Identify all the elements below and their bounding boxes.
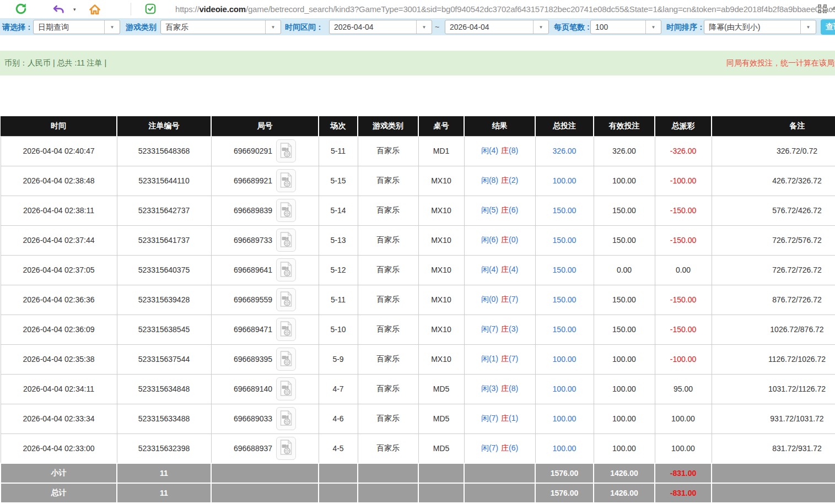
column-header: 游戏类别 [358,116,418,136]
cell-session: 5-10 [319,315,358,344]
security-shield-icon[interactable] [144,3,157,17]
cell-round-id: 696689839 [211,196,319,225]
cell-valid-bet: 100.00 [594,344,655,374]
video-replay-button[interactable] [276,348,296,371]
table-row: 2026-04-04 02:38:11 523315642737 6966898… [1,196,835,225]
url-path: /game/betrecord_search/kind3?GameType=30… [246,4,835,14]
cell-result: 闲(5)庄(6) [464,196,535,225]
video-file-icon [279,410,293,427]
search-button[interactable]: 查询 [821,19,835,35]
cell-session: 5-14 [319,196,358,225]
cell-round-id: 696689559 [211,285,319,315]
cell-time: 2026-04-04 02:38:11 [1,196,117,225]
cell-payout: -150.00 [655,225,712,255]
result-banker: 庄 [501,443,509,452]
cell-time: 2026-04-04 02:36:36 [1,285,117,315]
video-replay-button[interactable] [276,229,296,252]
video-file-icon [279,381,293,398]
round-number: 696689641 [234,265,272,274]
video-replay-button[interactable] [276,377,296,400]
cell-result: 闲(4)庄(8) [464,136,535,166]
address-bar[interactable]: https://videoie.com/game/betrecord_searc… [175,0,835,18]
round-number: 696690291 [234,147,272,155]
currency-total-text: 币别：人民币 | 总共 :11 注单 | [4,51,106,75]
result-banker-score: (4) [509,265,518,274]
chevron-down-icon[interactable]: ▼ [645,20,661,34]
cell-time: 2026-04-04 02:33:34 [1,404,117,433]
cell-game-type: 百家乐 [358,404,418,433]
time-sort-select[interactable]: 降幂(由大到小) ▼ [704,20,816,34]
qr-code-icon[interactable] [818,4,827,15]
game-category-select[interactable]: 百家乐 ▼ [160,20,281,34]
refresh-button[interactable] [14,3,28,16]
cell-result: 闲(3)庄(8) [464,374,535,404]
cell-total-bet: 100.00 [535,374,594,404]
video-replay-button[interactable] [276,139,296,162]
round-number: 696689733 [234,236,272,245]
valid-bet-notice: 同局有效投注，统一计算在该局第 [726,51,835,75]
cell-time: 2026-04-04 02:38:48 [1,166,117,196]
video-replay-button[interactable] [276,258,296,281]
result-banker: 庄 [501,295,509,304]
cell-game-type: 百家乐 [358,136,418,166]
subtotal-valid-bet: 1426.00 [594,463,655,483]
bet-record-table-wrap: 时间注单编号局号场次游戏类别桌号结果总投注有效投注总派彩备注 2026-04-0… [0,116,835,503]
cell-game-type: 百家乐 [358,374,418,404]
cell-session: 4-6 [319,404,358,433]
table-row: 2026-04-04 02:35:38 523315637544 6966893… [1,344,835,374]
per-page-select[interactable]: 100 ▼ [590,20,661,34]
round-number: 696689921 [234,176,272,185]
chevron-down-icon[interactable]: ▼ [265,20,281,34]
cell-session: 5-13 [319,225,358,255]
table-header-row: 时间注单编号局号场次游戏类别桌号结果总投注有效投注总派彩备注 [1,116,835,136]
video-file-icon [279,143,293,160]
video-replay-button[interactable] [276,199,296,222]
cell-round-id: 696688937 [211,433,319,463]
chevron-down-icon[interactable]: ▼ [800,20,816,34]
date-to-select[interactable]: 2026-04-04 ▼ [445,20,549,34]
cell-total-bet: 150.00 [535,315,594,344]
video-replay-button[interactable] [276,288,296,311]
video-replay-button[interactable] [276,407,296,430]
cell-game-type: 百家乐 [358,344,418,374]
cell-remark: 931.72/1031.72 [712,404,835,433]
chevron-down-icon[interactable]: ▼ [104,20,120,34]
date-from-select[interactable]: 2026-04-04 ▼ [329,20,432,34]
cell-table-no: MX10 [418,315,464,344]
cell-time: 2026-04-04 02:34:11 [1,374,117,404]
result-player: 闲(0) [481,295,498,304]
video-replay-button[interactable] [276,318,296,341]
table-row: 2026-04-04 02:36:09 523315638545 6966894… [1,315,835,344]
cell-valid-bet: 326.00 [594,136,655,166]
home-button[interactable] [88,3,101,16]
chevron-down-icon[interactable]: ▼ [533,20,548,34]
video-replay-button[interactable] [276,169,296,192]
cell-table-no: MD5 [418,433,464,463]
result-banker: 庄 [501,205,509,214]
result-banker: 庄 [501,176,509,185]
cell-payout: 100.00 [655,404,712,433]
video-file-icon [279,440,293,457]
back-button[interactable] [52,3,65,16]
cell-game-type: 百家乐 [358,166,418,196]
cell-session: 4-5 [319,433,358,463]
cell-bet-id: 523315639428 [117,285,211,315]
cell-payout: -150.00 [655,285,712,315]
back-dropdown-caret-icon[interactable]: ▾ [73,7,76,12]
result-banker-score: (6) [509,205,518,214]
chevron-down-icon[interactable]: ▼ [416,20,432,34]
cell-total-bet: 100.00 [535,344,594,374]
cell-valid-bet: 0.00 [594,255,655,285]
cell-valid-bet: 150.00 [594,315,655,344]
round-number: 696689559 [234,295,272,304]
video-replay-button[interactable] [276,437,296,460]
query-type-select[interactable]: 日期查询 ▼ [33,20,120,34]
result-player: 闲(8) [481,176,498,185]
cell-table-no: MD5 [418,374,464,404]
cell-payout: -326.00 [655,136,712,166]
game-category-label: 游戏类别 [126,20,157,34]
cell-round-id: 696689641 [211,255,319,285]
cell-bet-id: 523315642737 [117,196,211,225]
cell-remark: 831.72/931.72 [712,433,835,463]
result-player: 闲(7) [481,443,498,452]
